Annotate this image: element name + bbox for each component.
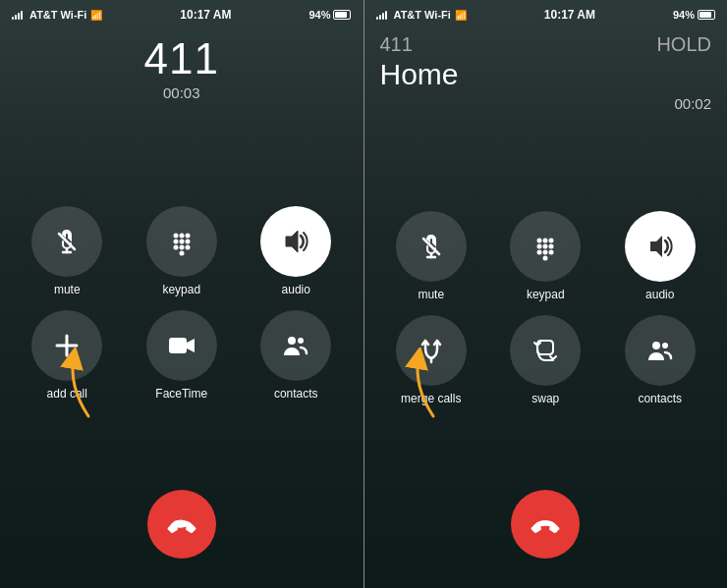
- svg-point-27: [537, 243, 542, 248]
- time-1: 10:17 AM: [180, 8, 231, 22]
- mute-circle-2: [396, 211, 467, 282]
- svg-marker-34: [650, 236, 662, 257]
- video-icon: [166, 330, 197, 361]
- time-2: 10:17 AM: [544, 8, 595, 22]
- battery-pct-2: 94%: [673, 9, 695, 21]
- keypad-label-1: keypad: [162, 283, 200, 296]
- call-info-split: 411 HOLD Home 00:02: [364, 26, 728, 116]
- svg-point-36: [652, 342, 660, 349]
- keypad-icon-1: [166, 226, 197, 257]
- signal-bars-2: [376, 10, 387, 20]
- signal-bar-3: [18, 13, 20, 20]
- mic-off-icon-2: [416, 231, 447, 262]
- signal-bars-1: [12, 10, 23, 20]
- svg-line-21: [423, 239, 439, 254]
- keypad-circle-2: [510, 211, 581, 282]
- status-right-2: 94%: [673, 9, 715, 21]
- contacts-circle-1: [260, 310, 331, 381]
- keypad-button-1[interactable]: keypad: [135, 206, 230, 296]
- end-call-area-2: [511, 490, 580, 588]
- swap-icon: [530, 335, 561, 366]
- svg-point-3: [173, 234, 178, 239]
- battery-fill-2: [699, 12, 711, 18]
- buttons-grid-1: mute keypad: [0, 107, 364, 490]
- svg-point-10: [179, 245, 184, 250]
- svg-rect-16: [169, 338, 187, 353]
- battery-icon-2: [698, 10, 715, 20]
- status-left-1: AT&T Wi-Fi 📶: [12, 9, 102, 21]
- call-name-large: Home: [380, 58, 712, 91]
- battery-fill-1: [335, 12, 347, 18]
- contacts-icon-2: [644, 335, 676, 366]
- call-row-top: 411 HOLD: [380, 33, 712, 56]
- call-duration-1: 00:03: [16, 84, 348, 101]
- facetime-label: FaceTime: [155, 387, 207, 401]
- call-number-1: 411: [16, 35, 348, 82]
- svg-point-7: [179, 240, 184, 244]
- signal-bar-1: [12, 17, 14, 20]
- screen-1: AT&T Wi-Fi 📶 10:17 AM 94% 411 00:03: [0, 0, 364, 588]
- svg-marker-13: [286, 231, 298, 252]
- audio-label-1: audio: [282, 283, 310, 296]
- status-bar-1: AT&T Wi-Fi 📶 10:17 AM 94%: [0, 0, 364, 26]
- call-duration-2: 00:02: [380, 95, 712, 112]
- mute-button-1[interactable]: mute: [20, 206, 115, 296]
- mute-circle-1: [31, 206, 102, 277]
- signal-bar-6: [379, 15, 381, 20]
- signal-bar-7: [382, 13, 384, 20]
- battery-pct-1: 94%: [308, 9, 330, 21]
- contacts-button-1[interactable]: contacts: [249, 310, 344, 401]
- arrow-annotation-1: [49, 347, 98, 426]
- speaker-icon-1: [280, 226, 311, 257]
- svg-point-24: [537, 238, 542, 242]
- mute-button-2[interactable]: mute: [384, 211, 479, 301]
- keypad-button-2[interactable]: keypad: [498, 211, 593, 301]
- svg-point-11: [185, 245, 190, 250]
- status-bar-2: AT&T Wi-Fi 📶 10:17 AM 94%: [364, 0, 728, 26]
- svg-line-0: [59, 234, 75, 249]
- call-info-1: 411 00:03: [0, 26, 364, 107]
- svg-point-12: [179, 251, 184, 256]
- battery-icon-1: [333, 10, 351, 20]
- end-call-button-1[interactable]: [147, 490, 216, 559]
- end-call-icon-1: [165, 508, 198, 541]
- signal-bar-2: [15, 15, 17, 20]
- svg-point-18: [288, 337, 296, 345]
- audio-button-2[interactable]: audio: [613, 211, 708, 301]
- keypad-icon-2: [530, 231, 561, 262]
- signal-bar-8: [385, 11, 387, 20]
- svg-point-6: [173, 240, 178, 244]
- contacts-button-2[interactable]: contacts: [613, 315, 708, 405]
- svg-point-4: [179, 234, 184, 239]
- contacts-label-1: contacts: [274, 387, 318, 401]
- arrow-annotation-2: [394, 347, 443, 426]
- mute-label-1: mute: [54, 283, 81, 296]
- contacts-label-2: contacts: [638, 392, 682, 405]
- svg-point-26: [549, 238, 554, 242]
- screen-2: AT&T Wi-Fi 📶 10:17 AM 94% 411 HOLD Home …: [364, 0, 728, 588]
- facetime-circle: [146, 310, 217, 381]
- swap-button[interactable]: swap: [498, 315, 593, 405]
- svg-point-30: [537, 249, 542, 254]
- svg-point-9: [173, 245, 178, 250]
- audio-button-1[interactable]: audio: [249, 206, 344, 296]
- contacts-circle-2: [625, 315, 696, 386]
- audio-circle-2: [625, 211, 696, 282]
- end-call-area-1: [147, 490, 216, 588]
- keypad-circle-1: [146, 206, 217, 277]
- svg-marker-17: [187, 339, 195, 352]
- status-left-2: AT&T Wi-Fi 📶: [376, 9, 467, 21]
- svg-point-33: [543, 255, 548, 260]
- speaker-icon-2: [644, 231, 676, 262]
- keypad-label-2: keypad: [527, 288, 565, 301]
- swap-circle: [510, 315, 581, 386]
- facetime-button[interactable]: FaceTime: [135, 310, 230, 401]
- carrier-label-1: AT&T Wi-Fi: [29, 9, 86, 21]
- svg-point-37: [662, 343, 668, 348]
- mic-off-icon-1: [51, 226, 83, 257]
- svg-point-28: [543, 243, 548, 248]
- svg-point-8: [185, 240, 190, 244]
- call-number-small: 411: [380, 33, 413, 56]
- end-call-button-2[interactable]: [511, 490, 580, 559]
- svg-point-5: [185, 234, 190, 239]
